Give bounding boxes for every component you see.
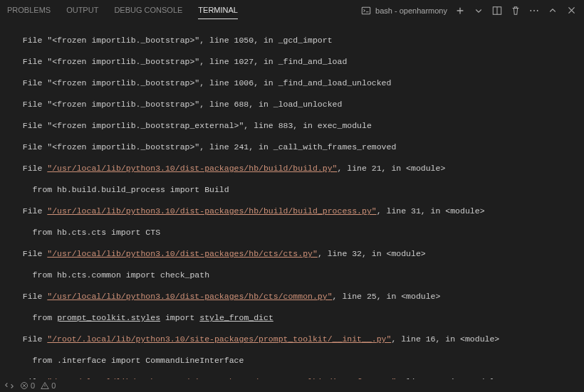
traceback-line: File "<frozen importlib._bootstrap>", li… <box>13 78 571 88</box>
tab-debug-console[interactable]: DEBUG CONSOLE <box>114 1 182 19</box>
traceback-line: File "<frozen importlib._bootstrap>", li… <box>13 99 571 110</box>
overflow-icon[interactable]: ⋯ <box>528 5 540 16</box>
status-problems[interactable]: 0 <box>20 381 35 390</box>
tab-terminal[interactable]: TERMINAL <box>198 1 238 19</box>
traceback-line: from hb.cts.cts import CTS <box>13 227 571 238</box>
traceback-line: File "<frozen importlib._bootstrap_exter… <box>13 120 571 131</box>
traceback-line: File "/usr/local/lib/python3.10/dist-pac… <box>13 291 571 302</box>
traceback-line: from hb.build.build_process import Build <box>13 184 571 195</box>
maximize-panel-icon[interactable] <box>547 5 558 16</box>
terminal-icon <box>360 5 372 16</box>
traceback-line: File "<frozen importlib._bootstrap>", li… <box>13 142 571 152</box>
traceback-line: File "/usr/local/lib/python3.10/dist-pac… <box>13 163 571 174</box>
traceback-line: from hb.cts.common import check_path <box>13 270 571 280</box>
terminal-toolbar: bash - openharmony ⋯ <box>360 5 577 16</box>
remote-icon[interactable] <box>4 381 14 391</box>
close-panel-icon[interactable] <box>565 5 577 16</box>
traceback-line: File "/root/.local/lib/python3.10/site-p… <box>13 334 571 344</box>
warning-count: 0 <box>51 381 56 390</box>
new-terminal-icon[interactable] <box>454 5 466 16</box>
panel-tabbar: PROBLEMS OUTPUT DEBUG CONSOLE TERMINAL b… <box>0 0 584 21</box>
traceback-line: File "/usr/local/lib/python3.10/dist-pac… <box>13 248 571 259</box>
error-count: 0 <box>31 381 35 390</box>
traceback-line: from prompt_toolkit.styles import style_… <box>13 312 571 323</box>
traceback-line: File "/usr/local/lib/python3.10/dist-pac… <box>13 206 571 216</box>
tab-problems[interactable]: PROBLEMS <box>7 1 51 19</box>
traceback-line: File "<frozen importlib._bootstrap>", li… <box>13 35 571 46</box>
tab-output[interactable]: OUTPUT <box>66 1 98 19</box>
shell-selector[interactable]: bash - openharmony <box>360 5 447 16</box>
trash-icon[interactable] <box>510 5 521 16</box>
svg-rect-0 <box>362 7 370 14</box>
status-warnings[interactable]: 0 <box>41 381 56 390</box>
traceback-line: File "<frozen importlib._bootstrap>", li… <box>13 56 571 67</box>
shell-label-text: bash - openharmony <box>375 6 447 15</box>
chevron-down-icon[interactable] <box>473 5 484 16</box>
panel-tabs: PROBLEMS OUTPUT DEBUG CONSOLE TERMINAL <box>7 1 238 19</box>
status-bar: 0 0 <box>0 379 584 392</box>
terminal-output[interactable]: File "<frozen importlib._bootstrap>", li… <box>0 21 584 392</box>
split-terminal-icon[interactable] <box>491 5 503 16</box>
traceback-line: from .interface import CommandLineInterf… <box>13 355 571 366</box>
